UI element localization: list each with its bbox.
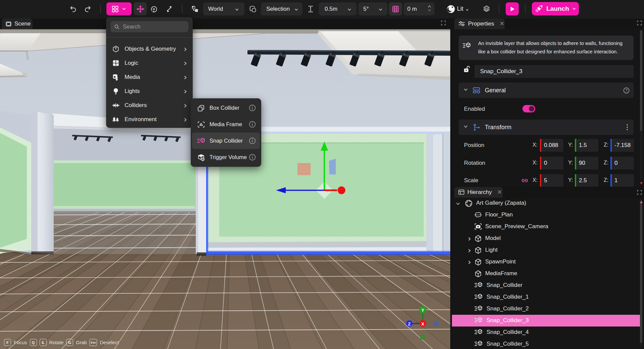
svg-text:X: X [421, 321, 424, 327]
svg-text:Z: Z [408, 321, 411, 327]
svg-text:Y: Y [421, 308, 424, 313]
svg-text:?: ? [625, 88, 627, 92]
